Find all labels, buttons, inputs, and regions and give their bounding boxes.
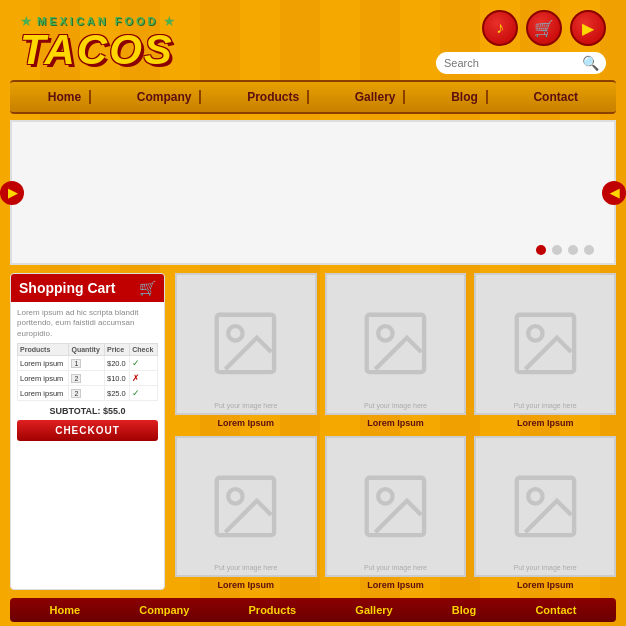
products-grid: Put your image here Lorem Ipsum Put your… (175, 273, 616, 590)
col-products: Products (18, 344, 69, 356)
music-button[interactable]: ♪ (482, 10, 518, 46)
checkout-button[interactable]: CHECKOUT (17, 420, 158, 441)
product-label-4: Lorem Ipsum (218, 580, 275, 590)
product-image-3[interactable]: Put your image here (474, 273, 616, 415)
cart-row-3: Lorem ipsum 2 $25.0 ✓ (18, 386, 158, 401)
product-item-3: Put your image here Lorem Ipsum (474, 273, 616, 428)
cart-price-2: $10.0 (104, 371, 129, 386)
product-item-5: Put your image here Lorem Ipsum (325, 436, 467, 591)
header-right: ♪ 🛒 ▶ 🔍 (436, 10, 606, 74)
product-image-6[interactable]: Put your image here (474, 436, 616, 578)
product-item-2: Put your image here Lorem Ipsum (325, 273, 467, 428)
slider-prev-button[interactable]: ▶ (0, 181, 24, 205)
footer-nav-contact[interactable]: Contact (535, 604, 576, 616)
product-label-6: Lorem Ipsum (517, 580, 574, 590)
product-placeholder-5: Put your image here (327, 564, 465, 571)
music-icon: ♪ (496, 19, 504, 37)
cart-description: Lorem ipsum ad hic scripta blandit portt… (17, 308, 158, 339)
slider-dots (536, 245, 594, 255)
cart-product-3: Lorem ipsum (18, 386, 69, 401)
product-placeholder-3: Put your image here (476, 402, 614, 409)
product-label-5: Lorem Ipsum (367, 580, 424, 590)
svg-point-9 (378, 489, 392, 503)
cart-product-2: Lorem ipsum (18, 371, 69, 386)
cart-qty-3: 2 (69, 386, 105, 401)
col-quantity: Quantity (69, 344, 105, 356)
nav-item-gallery[interactable]: Gallery (347, 88, 404, 106)
product-item-6: Put your image here Lorem Ipsum (474, 436, 616, 591)
cart-price-3: $25.0 (104, 386, 129, 401)
video-button[interactable]: ▶ (570, 10, 606, 46)
cart-action-1: ✓ (130, 356, 158, 371)
slider-dot-3[interactable] (568, 245, 578, 255)
product-item-1: Put your image here Lorem Ipsum (175, 273, 317, 428)
cart-product-1: Lorem ipsum (18, 356, 69, 371)
svg-point-1 (229, 327, 243, 341)
footer-nav-products[interactable]: Products (249, 604, 297, 616)
slider-dot-4[interactable] (584, 245, 594, 255)
cart-button[interactable]: 🛒 (526, 10, 562, 46)
svg-point-5 (528, 327, 542, 341)
product-image-4[interactable]: Put your image here (175, 436, 317, 578)
cart-qty-2: 2 (69, 371, 105, 386)
cart-qty-1: 1 (69, 356, 105, 371)
product-image-2[interactable]: Put your image here (325, 273, 467, 415)
video-icon: ▶ (582, 19, 594, 38)
cart-price-1: $20.0 (104, 356, 129, 371)
shopping-cart-panel: Shopping Cart 🛒 Lorem ipsum ad hic scrip… (10, 273, 165, 590)
product-image-5[interactable]: Put your image here (325, 436, 467, 578)
footer-nav: Home Company Products Gallery Blog Conta… (10, 598, 616, 622)
nav-item-company[interactable]: Company (129, 88, 200, 106)
cart-header-icon: 🛒 (139, 280, 156, 296)
slider-dot-2[interactable] (552, 245, 562, 255)
svg-point-11 (528, 489, 542, 503)
product-label-3: Lorem Ipsum (517, 418, 574, 428)
cart-body: Lorem ipsum ad hic scripta blandit portt… (11, 302, 164, 447)
cart-title: Shopping Cart (19, 280, 115, 296)
header-icons: ♪ 🛒 ▶ (482, 10, 606, 46)
footer-nav-home[interactable]: Home (50, 604, 81, 616)
nav-item-products[interactable]: Products (239, 88, 307, 106)
nav-bar: Home Company Products Gallery Blog Conta… (10, 80, 616, 114)
cart-icon: 🛒 (534, 19, 554, 38)
content-area: Shopping Cart 🛒 Lorem ipsum ad hic scrip… (10, 273, 616, 590)
cart-row-1: Lorem ipsum 1 $20.0 ✓ (18, 356, 158, 371)
cart-row-2: Lorem ipsum 2 $10.0 ✗ (18, 371, 158, 386)
product-item-4: Put your image here Lorem Ipsum (175, 436, 317, 591)
svg-point-3 (378, 327, 392, 341)
footer-nav-blog[interactable]: Blog (452, 604, 476, 616)
cart-header: Shopping Cart 🛒 (11, 274, 164, 302)
cart-subtotal: SUBTOTAL: $55.0 (17, 406, 158, 416)
nav-item-contact[interactable]: Contact (525, 88, 586, 106)
slider: ▶ ◀ (10, 120, 616, 265)
header: ★ MEXICAN FOOD ★ TACOS ♪ 🛒 ▶ 🔍 (0, 0, 626, 80)
cart-action-2: ✗ (130, 371, 158, 386)
search-button[interactable]: 🔍 (582, 55, 599, 71)
slider-dot-1[interactable] (536, 245, 546, 255)
product-placeholder-1: Put your image here (177, 402, 315, 409)
search-bar: 🔍 (436, 52, 606, 74)
product-placeholder-4: Put your image here (177, 564, 315, 571)
cart-table: Products Quantity Price Check Lorem ipsu… (17, 343, 158, 401)
product-placeholder-6: Put your image here (476, 564, 614, 571)
footer-nav-gallery[interactable]: Gallery (355, 604, 392, 616)
search-input[interactable] (444, 57, 582, 69)
svg-point-7 (229, 489, 243, 503)
nav-item-home[interactable]: Home (40, 88, 89, 106)
product-label-2: Lorem Ipsum (367, 418, 424, 428)
product-placeholder-2: Put your image here (327, 402, 465, 409)
col-price: Price (104, 344, 129, 356)
footer-nav-company[interactable]: Company (139, 604, 189, 616)
cart-action-3: ✓ (130, 386, 158, 401)
logo-title: TACOS (20, 29, 174, 71)
product-label-1: Lorem Ipsum (218, 418, 275, 428)
product-image-1[interactable]: Put your image here (175, 273, 317, 415)
col-check: Check (130, 344, 158, 356)
logo-area: ★ MEXICAN FOOD ★ TACOS (20, 13, 176, 71)
nav-item-blog[interactable]: Blog (443, 88, 486, 106)
slider-next-button[interactable]: ◀ (602, 181, 626, 205)
